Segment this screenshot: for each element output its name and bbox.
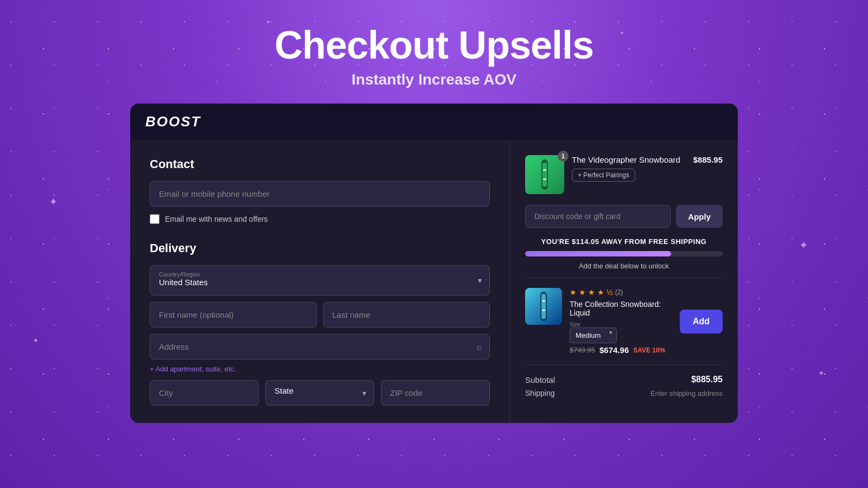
shipping-banner-text: YOU'RE $114.05 AWAY FROM FREE SHIPPING [525, 237, 723, 246]
stars-row: ★ ★ ★ ★ ½ (2) [570, 288, 672, 297]
country-chevron-icon: ▾ [478, 276, 482, 285]
svg-rect-1 [542, 163, 547, 187]
svg-rect-3 [543, 178, 546, 180]
product-name: The Videographer Snowboard [572, 155, 686, 164]
discount-input[interactable] [525, 205, 671, 228]
right-panel: 1 The Videographer Snowboard + Perfect P… [510, 140, 738, 423]
shipping-row: Shipping Enter shipping address [525, 389, 723, 397]
product-price: $885.95 [693, 155, 723, 164]
email-input[interactable] [150, 181, 490, 207]
progress-bar [525, 251, 723, 256]
svg-rect-2 [543, 169, 546, 171]
perfect-pairings-button[interactable]: + Perfect Pairings [572, 169, 635, 182]
review-count: (2) [615, 288, 623, 296]
country-select-wrapper[interactable]: Country/Region United States ▾ [150, 265, 490, 296]
subtotal-row: Subtotal $885.95 [525, 364, 723, 384]
brand-logo: BOOST [145, 113, 201, 130]
cart-product-row: 1 The Videographer Snowboard + Perfect P… [525, 155, 723, 194]
progress-bar-fill [525, 251, 671, 256]
save-badge: SAVE 10% [633, 346, 665, 354]
hero-section: Checkout Upsells Instantly Increase AOV [0, 0, 868, 104]
hero-title: Checkout Upsells [0, 24, 868, 67]
city-state-zip: State ▾ [150, 380, 490, 406]
svg-rect-6 [542, 300, 545, 302]
product-info: The Videographer Snowboard + Perfect Pai… [572, 155, 686, 182]
subtotal-label: Subtotal [525, 375, 555, 384]
star-3: ★ [588, 288, 595, 297]
size-label: Size [570, 322, 617, 328]
snowboard-svg [537, 158, 552, 191]
shipping-banner: YOU'RE $114.05 AWAY FROM FREE SHIPPING A… [525, 237, 723, 270]
upsell-name: The Collection Snowboard: Liquid [570, 300, 672, 317]
cart-badge: 1 [558, 151, 569, 162]
shipping-sub-text: Add the deal below to unlock [525, 262, 723, 270]
state-placeholder: State [275, 386, 293, 395]
discount-row: Apply [525, 205, 723, 228]
size-select[interactable]: Medium Small Large [570, 328, 617, 343]
zip-input[interactable] [381, 380, 490, 406]
star-half: ½ [607, 288, 613, 297]
newsletter-label: Email me with news and offers [165, 215, 268, 223]
city-input[interactable] [150, 380, 259, 406]
country-value: United States [159, 278, 208, 287]
pairings-label: + Perfect Pairings [578, 171, 629, 179]
name-fields [150, 302, 490, 328]
product-image-wrap: 1 [525, 155, 564, 194]
upsell-snowboard-svg [537, 291, 551, 322]
upsell-price-row: $749.95 $674.96 SAVE 10% [570, 345, 672, 355]
state-chevron-icon: ▾ [362, 389, 366, 397]
contact-section: Contact Email me with news and offers [150, 157, 490, 224]
upsell-add-button[interactable]: Add [680, 310, 723, 333]
delivery-section: Delivery Country/Region United States ▾ … [150, 241, 490, 406]
address-input[interactable] [150, 334, 490, 359]
state-select-wrapper[interactable]: State ▾ [265, 380, 374, 406]
upsell-info: ★ ★ ★ ★ ½ (2) The Collection Snowboard: … [570, 288, 672, 355]
first-name-input[interactable] [150, 302, 317, 328]
product-image [525, 155, 564, 194]
old-price: $749.95 [570, 346, 595, 354]
upsell-product: ★ ★ ★ ★ ½ (2) The Collection Snowboard: … [525, 278, 723, 355]
checkout-card: BOOST Contact Email me with news and off… [130, 104, 738, 423]
upsell-product-image [525, 288, 562, 325]
address-wrapper: ⌕ [150, 334, 490, 359]
hero-subtitle: Instantly Increase AOV [0, 71, 868, 88]
newsletter-row: Email me with news and offers [150, 214, 490, 224]
star-2: ★ [579, 288, 586, 297]
card-body: Contact Email me with news and offers De… [130, 140, 738, 423]
new-price: $674.96 [599, 345, 629, 355]
size-select-wrap: Size Medium Small Large ▾ [570, 322, 617, 343]
last-name-input[interactable] [323, 302, 490, 328]
newsletter-checkbox[interactable] [150, 214, 159, 224]
apply-button[interactable]: Apply [676, 205, 723, 228]
country-label: Country/Region [159, 271, 481, 278]
svg-rect-5 [541, 294, 546, 319]
delivery-title: Delivery [150, 241, 490, 255]
shipping-row-label: Shipping [525, 389, 555, 397]
add-apt-link[interactable]: + Add apartment, suite, etc. [150, 365, 236, 373]
star-4: ★ [597, 288, 604, 297]
left-panel: Contact Email me with news and offers De… [130, 140, 510, 423]
star-1: ★ [570, 288, 577, 297]
contact-title: Contact [150, 157, 490, 171]
subtotal-value: $885.95 [691, 375, 723, 384]
card-header: BOOST [130, 104, 738, 140]
svg-rect-7 [542, 310, 545, 311]
shipping-row-value: Enter shipping address [650, 389, 723, 397]
